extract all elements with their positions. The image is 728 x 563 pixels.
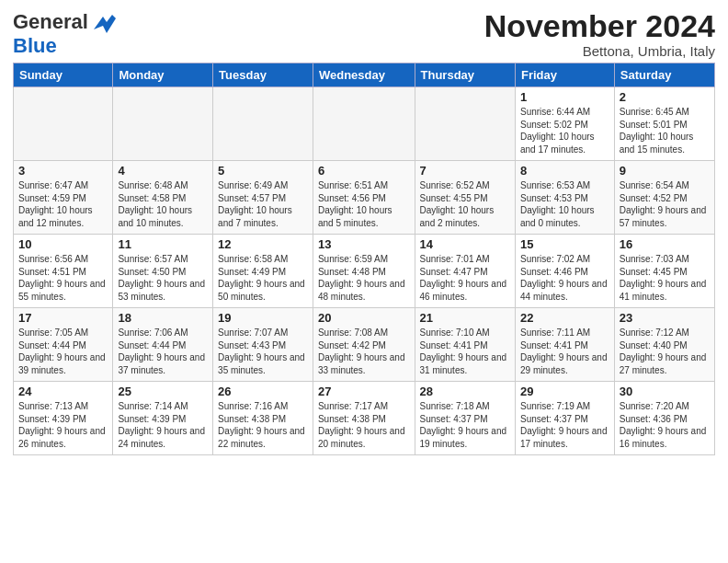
day-info: Sunrise: 7:19 AM Sunset: 4:37 PM Dayligh… bbox=[520, 400, 609, 450]
calendar-day-cell: 8Sunrise: 6:53 AM Sunset: 4:53 PM Daylig… bbox=[515, 161, 614, 235]
day-number: 21 bbox=[420, 311, 510, 325]
calendar-day-cell: 20Sunrise: 7:08 AM Sunset: 4:42 PM Dayli… bbox=[313, 308, 415, 382]
calendar-day-cell: 23Sunrise: 7:12 AM Sunset: 4:40 PM Dayli… bbox=[614, 308, 714, 382]
day-info: Sunrise: 7:17 AM Sunset: 4:38 PM Dayligh… bbox=[318, 400, 410, 450]
calendar-day-cell: 15Sunrise: 7:02 AM Sunset: 4:46 PM Dayli… bbox=[515, 235, 614, 308]
calendar-day-cell: 24Sunrise: 7:13 AM Sunset: 4:39 PM Dayli… bbox=[14, 382, 113, 455]
calendar-day-cell: 4Sunrise: 6:48 AM Sunset: 4:58 PM Daylig… bbox=[113, 161, 213, 235]
day-number: 10 bbox=[18, 237, 108, 251]
calendar-day-cell: 3Sunrise: 6:47 AM Sunset: 4:59 PM Daylig… bbox=[14, 161, 113, 235]
calendar-day-cell: 2Sunrise: 6:45 AM Sunset: 5:01 PM Daylig… bbox=[614, 87, 714, 161]
calendar-day-cell: 10Sunrise: 6:56 AM Sunset: 4:51 PM Dayli… bbox=[14, 235, 113, 308]
day-info: Sunrise: 6:59 AM Sunset: 4:48 PM Dayligh… bbox=[318, 253, 410, 303]
logo-blue-text: Blue bbox=[13, 35, 116, 57]
day-number: 12 bbox=[218, 237, 308, 251]
calendar-day-cell: 1Sunrise: 6:44 AM Sunset: 5:02 PM Daylig… bbox=[515, 87, 614, 161]
calendar-week-row: 24Sunrise: 7:13 AM Sunset: 4:39 PM Dayli… bbox=[14, 382, 715, 455]
calendar-day-header: Friday bbox=[515, 63, 614, 87]
calendar-day-cell: 29Sunrise: 7:19 AM Sunset: 4:37 PM Dayli… bbox=[515, 382, 614, 455]
calendar-week-row: 1Sunrise: 6:44 AM Sunset: 5:02 PM Daylig… bbox=[14, 87, 715, 161]
day-info: Sunrise: 7:01 AM Sunset: 4:47 PM Dayligh… bbox=[420, 253, 510, 303]
calendar-day-cell: 16Sunrise: 7:03 AM Sunset: 4:45 PM Dayli… bbox=[614, 235, 714, 308]
day-info: Sunrise: 7:08 AM Sunset: 4:42 PM Dayligh… bbox=[318, 327, 410, 376]
day-number: 5 bbox=[218, 164, 308, 178]
calendar-day-cell bbox=[14, 87, 113, 161]
day-number: 27 bbox=[318, 385, 410, 398]
calendar-week-row: 3Sunrise: 6:47 AM Sunset: 4:59 PM Daylig… bbox=[14, 161, 715, 235]
calendar-day-cell: 18Sunrise: 7:06 AM Sunset: 4:44 PM Dayli… bbox=[113, 308, 213, 382]
day-info: Sunrise: 6:52 AM Sunset: 4:55 PM Dayligh… bbox=[420, 179, 510, 229]
calendar-day-cell: 9Sunrise: 6:54 AM Sunset: 4:52 PM Daylig… bbox=[614, 161, 714, 235]
day-info: Sunrise: 7:02 AM Sunset: 4:46 PM Dayligh… bbox=[520, 253, 609, 303]
day-info: Sunrise: 6:49 AM Sunset: 4:57 PM Dayligh… bbox=[218, 179, 308, 229]
day-info: Sunrise: 7:05 AM Sunset: 4:44 PM Dayligh… bbox=[18, 327, 108, 376]
calendar-day-header: Saturday bbox=[614, 63, 714, 87]
header: General Blue November 2024 Bettona, Umbr… bbox=[13, 9, 715, 59]
day-info: Sunrise: 6:48 AM Sunset: 4:58 PM Dayligh… bbox=[118, 179, 208, 229]
day-number: 25 bbox=[118, 385, 208, 398]
page-container: General Blue November 2024 Bettona, Umbr… bbox=[0, 0, 728, 461]
day-info: Sunrise: 7:18 AM Sunset: 4:37 PM Dayligh… bbox=[420, 400, 510, 450]
day-number: 20 bbox=[318, 311, 410, 325]
calendar-day-cell: 14Sunrise: 7:01 AM Sunset: 4:47 PM Dayli… bbox=[415, 235, 515, 308]
day-number: 29 bbox=[520, 385, 609, 398]
day-number: 4 bbox=[118, 164, 208, 178]
calendar-day-cell bbox=[113, 87, 213, 161]
logo-icon bbox=[90, 9, 116, 35]
calendar-day-cell: 5Sunrise: 6:49 AM Sunset: 4:57 PM Daylig… bbox=[213, 161, 313, 235]
day-info: Sunrise: 7:13 AM Sunset: 4:39 PM Dayligh… bbox=[18, 400, 108, 450]
day-info: Sunrise: 7:12 AM Sunset: 4:40 PM Dayligh… bbox=[620, 327, 710, 376]
calendar-day-cell: 11Sunrise: 6:57 AM Sunset: 4:50 PM Dayli… bbox=[113, 235, 213, 308]
calendar-day-cell: 27Sunrise: 7:17 AM Sunset: 4:38 PM Dayli… bbox=[313, 382, 415, 455]
calendar-day-cell: 12Sunrise: 6:58 AM Sunset: 4:49 PM Dayli… bbox=[213, 235, 313, 308]
day-number: 17 bbox=[18, 311, 108, 325]
calendar-day-cell: 6Sunrise: 6:51 AM Sunset: 4:56 PM Daylig… bbox=[313, 161, 415, 235]
day-info: Sunrise: 6:44 AM Sunset: 5:02 PM Dayligh… bbox=[520, 106, 609, 155]
calendar-day-header: Tuesday bbox=[213, 63, 313, 87]
day-number: 18 bbox=[118, 311, 208, 325]
day-number: 13 bbox=[318, 237, 410, 251]
day-number: 23 bbox=[620, 311, 710, 325]
day-info: Sunrise: 6:57 AM Sunset: 4:50 PM Dayligh… bbox=[118, 253, 208, 303]
logo-general-text: General bbox=[13, 11, 88, 33]
day-number: 2 bbox=[620, 90, 710, 104]
day-info: Sunrise: 7:14 AM Sunset: 4:39 PM Dayligh… bbox=[118, 400, 208, 450]
day-info: Sunrise: 7:20 AM Sunset: 4:36 PM Dayligh… bbox=[620, 400, 710, 450]
calendar-day-header: Monday bbox=[113, 63, 213, 87]
day-info: Sunrise: 6:47 AM Sunset: 4:59 PM Dayligh… bbox=[18, 179, 108, 229]
day-number: 15 bbox=[520, 237, 609, 251]
day-number: 24 bbox=[18, 385, 108, 398]
day-number: 9 bbox=[620, 164, 710, 178]
calendar-day-cell: 19Sunrise: 7:07 AM Sunset: 4:43 PM Dayli… bbox=[213, 308, 313, 382]
month-title: November 2024 bbox=[484, 9, 715, 43]
day-number: 26 bbox=[218, 385, 308, 398]
day-number: 1 bbox=[520, 90, 609, 104]
day-info: Sunrise: 7:11 AM Sunset: 4:41 PM Dayligh… bbox=[520, 327, 609, 376]
calendar: SundayMondayTuesdayWednesdayThursdayFrid… bbox=[13, 63, 715, 455]
calendar-day-header: Wednesday bbox=[313, 63, 415, 87]
day-number: 19 bbox=[218, 311, 308, 325]
calendar-day-cell: 21Sunrise: 7:10 AM Sunset: 4:41 PM Dayli… bbox=[415, 308, 515, 382]
day-info: Sunrise: 6:56 AM Sunset: 4:51 PM Dayligh… bbox=[18, 253, 108, 303]
calendar-day-cell: 22Sunrise: 7:11 AM Sunset: 4:41 PM Dayli… bbox=[515, 308, 614, 382]
day-info: Sunrise: 7:03 AM Sunset: 4:45 PM Dayligh… bbox=[620, 253, 710, 303]
calendar-day-cell: 25Sunrise: 7:14 AM Sunset: 4:39 PM Dayli… bbox=[113, 382, 213, 455]
day-number: 3 bbox=[18, 164, 108, 178]
calendar-day-cell: 28Sunrise: 7:18 AM Sunset: 4:37 PM Dayli… bbox=[415, 382, 515, 455]
calendar-day-header: Thursday bbox=[415, 63, 515, 87]
calendar-day-cell: 7Sunrise: 6:52 AM Sunset: 4:55 PM Daylig… bbox=[415, 161, 515, 235]
location: Bettona, Umbria, Italy bbox=[484, 43, 715, 59]
calendar-day-cell bbox=[213, 87, 313, 161]
calendar-header-row: SundayMondayTuesdayWednesdayThursdayFrid… bbox=[14, 63, 715, 87]
day-number: 8 bbox=[520, 164, 609, 178]
calendar-day-cell: 17Sunrise: 7:05 AM Sunset: 4:44 PM Dayli… bbox=[14, 308, 113, 382]
day-number: 14 bbox=[420, 237, 510, 251]
day-number: 6 bbox=[318, 164, 410, 178]
calendar-day-header: Sunday bbox=[14, 63, 113, 87]
day-number: 28 bbox=[420, 385, 510, 398]
day-info: Sunrise: 6:54 AM Sunset: 4:52 PM Dayligh… bbox=[620, 179, 710, 229]
day-number: 11 bbox=[118, 237, 208, 251]
title-block: November 2024 Bettona, Umbria, Italy bbox=[484, 9, 715, 59]
day-info: Sunrise: 7:06 AM Sunset: 4:44 PM Dayligh… bbox=[118, 327, 208, 376]
calendar-week-row: 10Sunrise: 6:56 AM Sunset: 4:51 PM Dayli… bbox=[14, 235, 715, 308]
